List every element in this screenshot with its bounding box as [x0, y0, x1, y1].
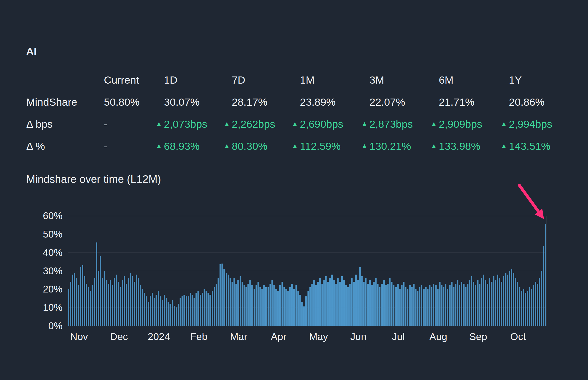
bar: [313, 280, 315, 326]
bar: [158, 291, 159, 326]
bar: [240, 276, 241, 326]
bar: [148, 302, 149, 326]
bar: [297, 291, 299, 326]
bar: [473, 282, 475, 326]
bar: [321, 284, 323, 326]
bar: [465, 287, 466, 326]
bar: [118, 282, 119, 326]
bar: [212, 291, 213, 326]
bar: [519, 287, 520, 326]
bar: [453, 287, 454, 326]
bar: [192, 295, 193, 326]
bar: [114, 278, 115, 326]
bar: [401, 285, 403, 326]
bar: [88, 287, 89, 326]
bar: [317, 282, 319, 326]
bar: [327, 282, 329, 326]
bar: [168, 302, 169, 326]
bar: [451, 282, 452, 326]
bar: [545, 224, 546, 326]
bar: [70, 282, 71, 326]
y-axis-label: 10%: [21, 302, 62, 313]
bar: [181, 296, 183, 326]
bar: [282, 282, 283, 326]
bar: [541, 271, 542, 326]
bar: [226, 273, 227, 326]
bar: [86, 284, 87, 326]
bar: [517, 282, 518, 326]
bar: [76, 278, 77, 326]
bar: [337, 278, 339, 326]
bar: [439, 282, 441, 326]
bar: [124, 276, 125, 326]
bar: [443, 287, 445, 326]
bar: [361, 276, 363, 326]
bar: [491, 282, 492, 326]
bar: [232, 282, 233, 326]
bar: [499, 278, 500, 326]
bar: [521, 291, 522, 326]
bar: [387, 284, 389, 326]
bar: [373, 282, 374, 326]
bar: [309, 287, 311, 326]
bar: [291, 284, 293, 326]
bar: [399, 289, 401, 326]
bar: [533, 285, 534, 326]
bar: [72, 275, 73, 326]
bar: [425, 287, 427, 326]
bar: [345, 285, 347, 326]
bar: [367, 284, 369, 326]
bar: [391, 282, 393, 326]
bar: [221, 264, 223, 326]
bar: [353, 282, 355, 326]
bar: [261, 289, 263, 326]
bar: [415, 289, 416, 326]
bar: [375, 278, 376, 326]
bar: [471, 276, 472, 326]
bar: [162, 300, 163, 326]
bar: [299, 295, 301, 326]
bar: [108, 284, 109, 326]
bar: [341, 276, 343, 326]
bar: [228, 275, 229, 326]
bar: [259, 287, 261, 326]
bar: [359, 267, 361, 326]
bar: [539, 278, 540, 326]
bar: [501, 282, 502, 326]
bar: [409, 285, 411, 326]
bar: [329, 278, 331, 326]
bar: [285, 289, 287, 326]
bar: [351, 278, 353, 326]
bar: [293, 289, 295, 326]
bar: [122, 280, 123, 326]
bar: [271, 280, 273, 326]
bar: [509, 271, 510, 326]
bar: [395, 287, 397, 326]
bar: [202, 293, 203, 326]
bar: [407, 289, 409, 326]
bar: [489, 278, 490, 326]
bar: [347, 287, 349, 326]
bar: [102, 278, 103, 326]
y-axis-label: 50%: [21, 228, 62, 240]
bar: [164, 295, 165, 326]
bar: [248, 284, 249, 326]
y-axis-label: 30%: [21, 265, 62, 277]
bar: [505, 273, 506, 326]
bar: [479, 284, 481, 326]
bar: [525, 293, 526, 326]
bar: [319, 278, 321, 326]
bar: [284, 287, 285, 326]
bar: [487, 284, 489, 326]
bar: [237, 280, 239, 326]
bar: [535, 282, 536, 326]
y-axis-label: 40%: [21, 247, 62, 258]
bar: [457, 280, 458, 326]
bar: [215, 284, 217, 326]
bar: [174, 306, 175, 326]
bar: [431, 287, 433, 326]
bar: [68, 289, 69, 326]
bar: [152, 293, 153, 326]
bar: [146, 296, 147, 326]
bar: [527, 291, 529, 326]
